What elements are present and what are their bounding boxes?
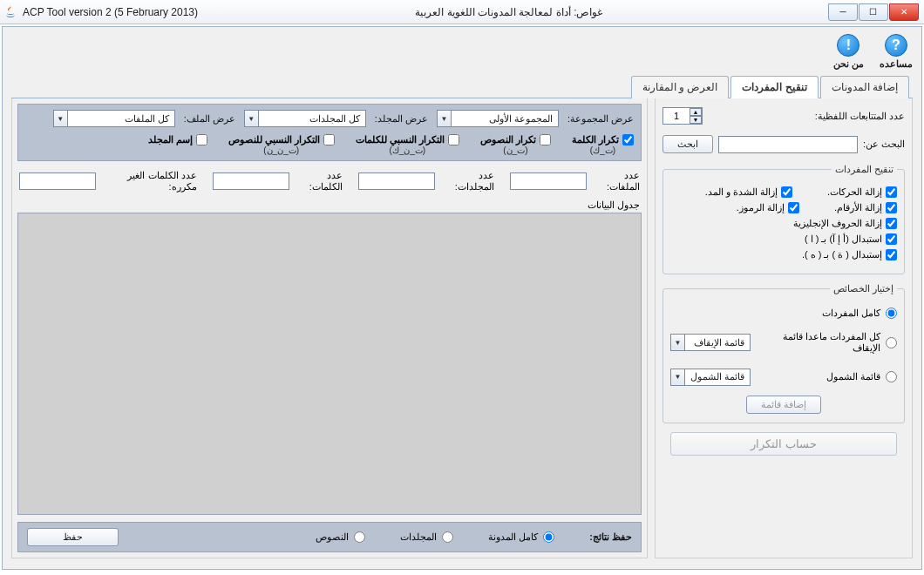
save-results-label: حفظ نتائج: xyxy=(589,531,632,543)
close-button[interactable]: ✕ xyxy=(889,3,919,21)
vocab-fieldset: تنقيح المفردات إزالة الحركات. إزالة الشد… xyxy=(662,164,905,274)
title-english: ACP Tool version 2 (5 February 2013) xyxy=(23,6,198,18)
stop-list-combo[interactable]: قائمة الإيقاف ▼ xyxy=(670,334,751,351)
radio-all-vocab[interactable]: كامل المفردات xyxy=(670,308,897,319)
search-button[interactable]: ابحث xyxy=(662,135,713,153)
save-bar: حفظ نتائج: كامل المدونة المجلدات النصوص … xyxy=(17,522,642,552)
data-table-label: جدول البيانات xyxy=(17,200,640,211)
right-pane: عدد المتتابعات اللفظية: ▲ ▼ البحث عن: اب… xyxy=(655,98,913,558)
unique-words-label: عدد الكلمات الغير مكرره: xyxy=(99,170,197,193)
chk-folder-name[interactable]: إسم المجلد xyxy=(148,134,207,145)
about-button[interactable]: ! من نحن xyxy=(833,34,864,70)
chk-word-freq[interactable]: تكرار الكلمة xyxy=(572,134,634,145)
folders-count-label: عدد المجلدات: xyxy=(438,170,494,193)
title-arabic: غواص: أداة لمعالجة المدونات اللغوية العر… xyxy=(415,6,602,18)
stats-row: عدد الملفات: عدد المجلدات: عدد الكلمات: … xyxy=(17,165,642,198)
titlebar: ACP Tool version 2 (5 February 2013) غوا… xyxy=(0,0,924,24)
chk-remove-english[interactable]: إزالة الحروف الإنجليزية xyxy=(793,218,897,229)
chk-remove-symbols[interactable]: إزالة الرموز. xyxy=(737,202,799,213)
tab-refine-vocab[interactable]: تنقيح المفردات xyxy=(730,76,818,98)
radio-except-stop[interactable]: كل المفردات ماعدا قائمة الإيقاف xyxy=(758,331,897,354)
search-input[interactable] xyxy=(718,136,858,153)
chk-text-freq[interactable]: تكرار النصوص xyxy=(480,134,551,145)
words-count-field[interactable] xyxy=(213,172,289,190)
add-list-button[interactable]: إضافة قائمة xyxy=(746,396,821,414)
props-fieldset: إختيار الخصائص كامل المفردات كل المفردات… xyxy=(662,283,905,423)
radio-include-list[interactable]: قائمة الشمول xyxy=(758,371,897,382)
filter-panel: عرض المجموعة: المجموعة الأولى ▼ عرض المج… xyxy=(17,104,642,161)
chk-remove-shadda[interactable]: إزالة الشدة و المد. xyxy=(705,186,792,198)
vocab-legend: تنقيح المفردات xyxy=(832,164,897,175)
chevron-down-icon: ▼ xyxy=(671,335,685,350)
files-count-field[interactable] xyxy=(510,172,587,190)
chk-replace-ta[interactable]: إستبدال ( ة ) بـ ( ه ). xyxy=(802,249,897,260)
ngram-label: عدد المتتابعات اللفظية: xyxy=(815,111,905,122)
words-count-label: عدد الكلمات: xyxy=(293,170,343,193)
java-icon xyxy=(3,5,17,19)
tabstrip: إضافة المدونات تنقيح المفردات العرض و ال… xyxy=(11,75,913,98)
chk-remove-harakat[interactable]: إزالة الحركات. xyxy=(827,186,897,198)
spinner-up[interactable]: ▲ xyxy=(690,108,702,116)
chevron-down-icon: ▼ xyxy=(671,369,685,385)
folders-count-field[interactable] xyxy=(358,172,435,190)
radio-texts[interactable]: النصوص xyxy=(316,531,365,543)
group-label: عرض المجموعة: xyxy=(567,113,634,125)
tab-view-compare[interactable]: العرض و المقارنة xyxy=(631,76,730,98)
maximize-button[interactable]: ☐ xyxy=(859,3,888,21)
save-button[interactable]: حفظ xyxy=(27,528,119,546)
spinner-down[interactable]: ▼ xyxy=(690,116,702,124)
ngram-spinner[interactable]: ▲ ▼ xyxy=(662,107,703,125)
radio-folders[interactable]: المجلدات xyxy=(400,531,453,543)
tab-add-corpora[interactable]: إضافة المدونات xyxy=(820,76,909,98)
files-count-label: عدد الملفات: xyxy=(590,170,640,193)
chevron-down-icon: ▼ xyxy=(54,111,68,126)
ngram-input[interactable] xyxy=(663,108,690,124)
chk-replace-alef[interactable]: استبدال (أ إ آ) بـ ( ا ) xyxy=(805,233,897,245)
chk-rel-word[interactable]: التكرار النسبي للكلمات xyxy=(356,134,459,145)
props-legend: إختيار الخصائص xyxy=(830,283,897,294)
chevron-down-icon: ▼ xyxy=(438,111,452,126)
file-combo[interactable]: كل الملفات ▼ xyxy=(53,110,175,127)
data-grid[interactable] xyxy=(17,213,642,515)
chk-remove-digits[interactable]: إزالة الأرقام. xyxy=(834,202,897,213)
folder-label: عرض المجلد: xyxy=(375,113,428,125)
unique-words-field[interactable] xyxy=(19,172,96,190)
file-label: عرض الملف: xyxy=(184,113,235,125)
question-icon: ? xyxy=(885,34,907,57)
radio-full-corpus[interactable]: كامل المدونة xyxy=(488,531,554,543)
include-list-combo[interactable]: قائمة الشمول ▼ xyxy=(670,369,751,386)
chk-rel-text[interactable]: التكرار النسبي للنصوص xyxy=(228,134,335,145)
folder-combo[interactable]: كل المجلدات ▼ xyxy=(244,110,366,127)
calc-freq-button[interactable]: حساب التكرار xyxy=(670,432,897,456)
chevron-down-icon: ▼ xyxy=(245,111,259,126)
help-button[interactable]: ? مساعده xyxy=(880,34,913,70)
info-icon: ! xyxy=(837,34,859,57)
group-combo[interactable]: المجموعة الأولى ▼ xyxy=(437,110,559,127)
minimize-button[interactable]: ─ xyxy=(828,3,858,21)
left-pane: عرض المجموعة: المجموعة الأولى ▼ عرض المج… xyxy=(11,98,648,558)
search-label: البحث عن: xyxy=(863,139,905,150)
window-controls: ─ ☐ ✕ xyxy=(827,3,919,21)
